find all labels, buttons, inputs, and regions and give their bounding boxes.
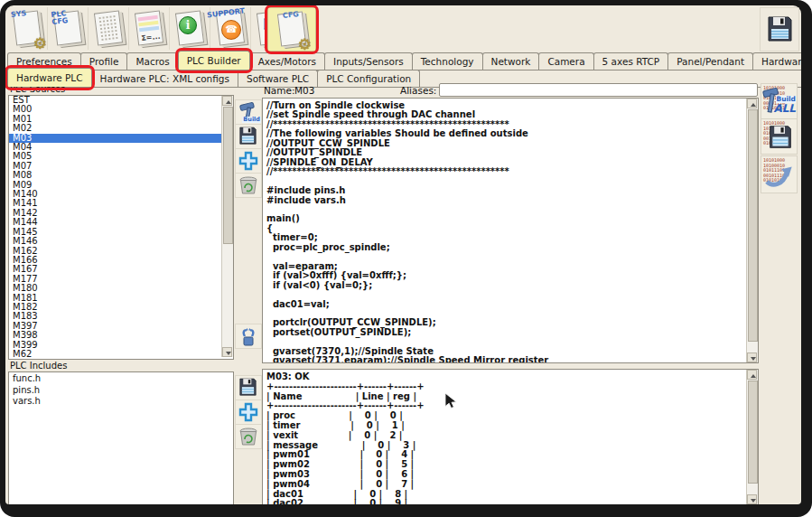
tab-item[interactable]: Inputs/Sensors — [324, 52, 413, 70]
toolbar-button-sys[interactable]: SYS ⚙ — [7, 7, 48, 50]
add-source-button[interactable] — [235, 148, 262, 174]
plc-source-item[interactable]: M183 — [9, 312, 221, 321]
save-source-button[interactable] — [235, 124, 262, 149]
scrollbar-thumb[interactable] — [223, 107, 233, 244]
plc-source-item[interactable]: M182 — [9, 303, 221, 312]
app-window: SYS ⚙ PLC CFG Σ=... i — [5, 5, 801, 504]
tab-item[interactable]: PLC Builder — [178, 51, 250, 70]
tab-item[interactable]: Macros — [126, 52, 178, 70]
scroll-down-arrow-icon[interactable] — [747, 494, 757, 504]
build-label: Build — [242, 117, 261, 123]
build-output-panel[interactable]: M03: OK +----------------------+------+-… — [262, 369, 759, 504]
plc-source-item[interactable]: M140 — [9, 190, 221, 199]
gear-icon: ⚙ — [33, 36, 47, 52]
aliases-label: Aliases: — [400, 85, 436, 96]
tab-item[interactable]: Hardware PLC — [7, 68, 92, 87]
plc-source-item[interactable]: M00 — [9, 105, 221, 114]
plc-source-item[interactable]: EST — [9, 96, 221, 105]
send-binary-button[interactable]: 10101000 10100010 01011101 00101110 0101… — [761, 155, 798, 193]
sources-scrollbar[interactable] — [221, 96, 233, 357]
save-binary-button[interactable]: 10101000 10100010 01011101 00101110 0101… — [761, 118, 798, 155]
build-output-text: M03: OK +----------------------+------+-… — [263, 370, 758, 504]
plc-source-item[interactable]: M144 — [9, 218, 221, 227]
tab-item[interactable]: Axes/Motors — [249, 52, 325, 70]
plc-cfg-label: PLC CFG — [51, 10, 69, 26]
scrollbar-thumb[interactable] — [748, 381, 758, 484]
stripe-blue — [139, 26, 159, 33]
editor-scrollbar[interactable] — [746, 99, 758, 362]
plc-include-item[interactable]: func.h — [9, 372, 233, 384]
output-scrollbar[interactable] — [746, 370, 758, 504]
plc-source-item[interactable]: M167 — [9, 265, 221, 274]
save-output-button[interactable] — [235, 375, 262, 400]
plc-source-item[interactable]: M145 — [9, 228, 221, 237]
plc-includes-list[interactable]: func.hpins.hvars.h — [8, 371, 234, 504]
scroll-up-arrow-icon[interactable] — [747, 99, 757, 108]
plc-source-item[interactable]: M177 — [9, 275, 221, 284]
tab-item[interactable]: Panel/Pendant — [667, 52, 753, 70]
code-editor[interactable]: //Turn on Spindle clockwise //set Spindl… — [262, 98, 759, 363]
delete-source-button[interactable] — [235, 173, 262, 198]
scroll-up-arrow-icon[interactable] — [747, 370, 757, 380]
plc-source-item[interactable]: M166 — [9, 256, 221, 265]
toolbar-button-support[interactable]: SUPPORT ☎ — [210, 7, 251, 50]
document-icon: Σ=... — [135, 10, 163, 45]
toolbar-button-formula[interactable]: Σ=... — [129, 7, 170, 50]
plc-source-item[interactable]: M08 — [9, 171, 221, 180]
aliases-input[interactable] — [439, 83, 758, 97]
build-all-label-2: ALL — [773, 103, 796, 115]
plc-source-item[interactable]: M146 — [9, 237, 221, 246]
document-icon — [94, 10, 123, 45]
plc-include-item[interactable]: vars.h — [9, 395, 233, 407]
tab-item[interactable]: Network — [482, 52, 540, 70]
build-all-button[interactable]: 10101000 10100010 01011101 00101110 0101… — [761, 83, 798, 119]
plc-include-item[interactable]: pins.h — [9, 384, 233, 396]
plc-source-item[interactable]: M162 — [9, 247, 221, 256]
plc-sources-list[interactable]: ESTM00M01M02M03M04M05M07M08M09M140M141M1… — [8, 95, 234, 360]
trash-icon — [238, 426, 259, 447]
plc-source-item[interactable]: M181 — [9, 294, 221, 303]
delete-output-button[interactable] — [235, 424, 262, 449]
floppy-disk-icon — [238, 126, 258, 146]
plus-icon — [238, 150, 259, 172]
plc-source-code[interactable]: //Turn on Spindle clockwise //set Spindl… — [263, 99, 758, 363]
plc-source-item[interactable]: M398 — [9, 331, 221, 340]
toolbar-button-plc-cfg[interactable]: PLC CFG — [48, 7, 89, 50]
plc-source-item[interactable]: M142 — [9, 209, 221, 218]
toolbar-button-report[interactable] — [89, 7, 129, 50]
plc-source-item[interactable]: M04 — [9, 143, 221, 152]
scrollbar-thumb[interactable] — [748, 109, 758, 342]
scroll-up-arrow-icon[interactable] — [222, 96, 232, 106]
plc-source-item[interactable]: M62 — [9, 350, 221, 359]
plc-source-item[interactable]: M07 — [9, 162, 221, 171]
scroll-down-arrow-icon[interactable] — [747, 352, 757, 362]
plc-source-item[interactable]: M180 — [9, 284, 221, 293]
plc-source-item[interactable]: M141 — [9, 199, 221, 208]
toolbar-button-save[interactable] — [760, 7, 799, 52]
tab-item[interactable]: 5 axes RTCP — [593, 52, 669, 70]
add-output-button[interactable] — [235, 400, 262, 425]
tab-item[interactable]: Technology — [412, 52, 483, 70]
plc-source-item[interactable]: M397 — [9, 322, 221, 331]
floppy-disk-icon — [238, 377, 258, 398]
phone-icon: ☎ — [221, 20, 241, 40]
info-icon: i — [179, 16, 197, 34]
main-tab-bar: PreferencesProfileMacrosPLC BuilderAxes/… — [7, 51, 799, 70]
sigma-icon: Σ=... — [141, 33, 161, 43]
unlock-icon — [238, 325, 259, 347]
tab-item[interactable]: Hardware PLC: XML configs — [91, 70, 238, 87]
build-button[interactable]: Build — [235, 99, 262, 125]
tab-item[interactable]: Camera — [538, 52, 593, 70]
plc-source-item[interactable]: M09 — [9, 181, 221, 190]
unlock-button[interactable] — [235, 324, 262, 349]
tab-item[interactable]: Hardware — [752, 52, 801, 70]
toolbar-button-info[interactable]: i — [170, 7, 210, 50]
plc-source-item[interactable]: M01 — [9, 115, 221, 124]
plc-source-item[interactable]: M05 — [9, 152, 221, 161]
toolbar-button-cfg[interactable]: CFG ⚙ — [267, 7, 316, 52]
plc-source-item[interactable]: M02 — [9, 124, 221, 133]
plc-source-item[interactable]: M399 — [9, 341, 221, 350]
scroll-down-arrow-icon[interactable] — [222, 347, 232, 357]
plc-source-item[interactable]: M03 — [9, 134, 221, 143]
dotted-page-icon — [98, 14, 118, 42]
